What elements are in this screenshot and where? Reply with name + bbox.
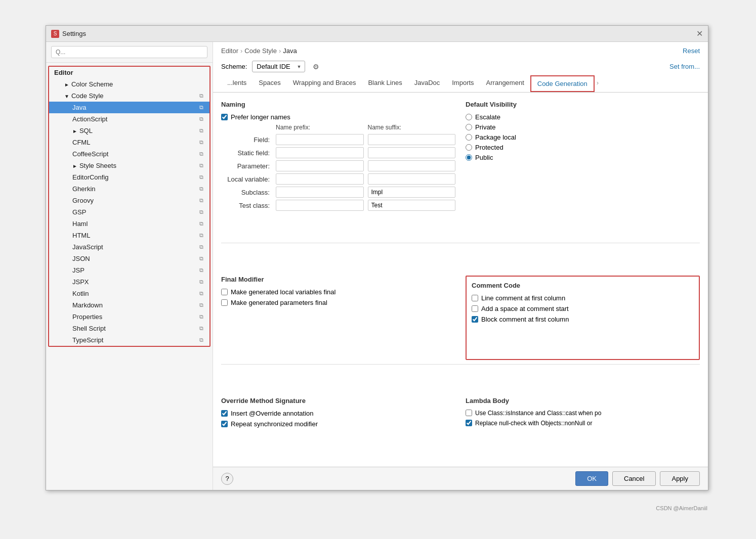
prefer-longer-names-checkbox[interactable] [221,114,228,120]
visibility-private-radio[interactable] [466,124,472,130]
tab-blank-lines[interactable]: Blank Lines [362,75,408,92]
local-variable-suffix-input[interactable] [368,173,456,185]
final-modifier-section: Final Modifier Make generated local vari… [221,276,455,360]
local-variable-prefix-input[interactable] [276,173,364,185]
sidebar-item-editorconfig[interactable]: EditorConfig ⧉ [49,171,209,183]
subclass-prefix-input[interactable] [276,187,364,198]
visibility-protected: Protected [466,144,700,151]
default-visibility-title: Default Visibility [466,101,700,108]
sidebar-item-typescript[interactable]: TypeScript ⧉ [49,334,209,346]
arrow-icon: ► [72,163,77,169]
lambda-isinstance-checkbox[interactable] [466,410,472,416]
sidebar-item-color-scheme[interactable]: ►Color Scheme [49,78,209,90]
help-button[interactable]: ? [221,473,233,485]
sidebar-item-gherkin[interactable]: Gherkin ⧉ [49,183,209,195]
sidebar-item-gsp[interactable]: GSP ⧉ [49,206,209,218]
tabs-overflow-icon: › [595,75,601,92]
sidebar-item-properties[interactable]: Properties ⧉ [49,311,209,323]
breadcrumb-code-style[interactable]: Code Style [244,47,277,55]
sidebar-item-sql[interactable]: ►SQL ⧉ [49,125,209,137]
scheme-label: Scheme: [221,63,247,70]
name-grid: Name prefix: Name suffix: Field: Static … [221,124,455,211]
sidebar-item-markdown[interactable]: Markdown ⧉ [49,299,209,311]
final-params-checkbox[interactable] [221,299,228,306]
visibility-package-local-radio[interactable] [466,134,472,141]
visibility-public: Public [466,154,700,161]
test-class-prefix-input[interactable] [276,200,364,211]
repeat-synchronized-checkbox[interactable] [221,421,228,427]
apply-button[interactable]: Apply [660,471,700,486]
sidebar-item-code-style[interactable]: ▼Code Style ⧉ [49,90,209,102]
close-button[interactable]: ✕ [696,30,703,38]
sidebar-item-json[interactable]: JSON ⧉ [49,253,209,264]
tab-wrapping[interactable]: Wrapping and Braces [287,75,362,92]
tab-spaces[interactable]: Spaces [253,75,286,92]
local-variable-label: Local variable: [221,175,272,183]
visibility-escalate-radio[interactable] [466,114,472,120]
field-suffix-input[interactable] [368,134,456,145]
comment-code-title: Comment Code [472,282,694,289]
visibility-public-label: Public [475,154,493,161]
cancel-button[interactable]: Cancel [612,471,656,486]
visibility-public-radio[interactable] [466,154,472,161]
sidebar-item-jspx[interactable]: JSPX ⧉ [49,276,209,288]
block-comment-first-col-checkbox[interactable] [472,316,478,323]
tab-imports[interactable]: Imports [446,75,480,92]
app-icon: S [51,30,59,38]
final-local-vars-checkbox[interactable] [221,289,228,295]
sidebar-item-shell-script[interactable]: Shell Script ⧉ [49,323,209,334]
set-from-link[interactable]: Set from... [669,63,700,70]
static-field-suffix-input[interactable] [368,147,456,158]
lambda-isinstance-row: Use Class::isInstance and Class::cast wh… [466,410,700,417]
window-title: Settings [62,30,86,37]
search-input[interactable] [51,46,207,58]
block-comment-first-col-row: Block comment at first column [472,316,694,323]
override-annotation-checkbox[interactable] [221,410,228,417]
copy-icon: ⧉ [199,93,203,99]
breadcrumb-editor[interactable]: Editor [221,47,238,55]
copy-icon: ⧉ [199,325,203,332]
sidebar-item-cfml[interactable]: CFML ⧉ [49,137,209,148]
visibility-protected-radio[interactable] [466,144,472,151]
tab-javadoc[interactable]: JavaDoc [408,75,446,92]
visibility-private-label: Private [475,123,495,131]
copy-icon: ⧉ [199,139,203,146]
sidebar-item-coffeescript[interactable]: CoffeeScript ⧉ [49,148,209,160]
sidebar-item-html[interactable]: HTML ⧉ [49,230,209,241]
static-field-prefix-input[interactable] [276,147,364,158]
sidebar-item-style-sheets[interactable]: ►Style Sheets ⧉ [49,160,209,171]
breadcrumb-java: Java [283,47,297,55]
tab-indents[interactable]: ...lents [221,75,253,92]
parameter-suffix-input[interactable] [368,160,456,171]
scheme-select[interactable]: Default IDE [252,61,305,72]
lambda-nonnull-checkbox[interactable] [466,420,472,426]
sidebar-item-jsp[interactable]: JSP ⧉ [49,264,209,276]
copy-icon: ⧉ [199,104,203,111]
ok-button[interactable]: OK [575,471,608,486]
sidebar-item-javascript[interactable]: JavaScript ⧉ [49,241,209,253]
name-prefix-header: Name prefix: [276,124,364,132]
field-prefix-input[interactable] [276,134,364,145]
visibility-package-local-label: Package local [475,133,516,141]
parameter-prefix-input[interactable] [276,160,364,171]
copy-icon: ⧉ [199,313,203,320]
tab-arrangement[interactable]: Arrangement [480,75,530,92]
add-space-comment-checkbox[interactable] [472,305,478,312]
sidebar-item-haml[interactable]: Haml ⧉ [49,218,209,230]
lambda-title: Lambda Body [466,397,700,405]
line-comment-first-col-checkbox[interactable] [472,295,478,301]
sidebar-item-editor[interactable]: Editor [49,67,209,78]
sidebar-item-kotlin[interactable]: Kotlin ⧉ [49,288,209,299]
static-field-label: Static field: [221,149,272,157]
sidebar-item-actionscript[interactable]: ActionScript ⧉ [49,113,209,125]
subclass-suffix-input[interactable] [368,187,456,198]
sidebar-item-groovy[interactable]: Groovy ⧉ [49,195,209,206]
scheme-gear-button[interactable]: ⚙ [310,61,321,72]
test-class-suffix-input[interactable] [368,200,456,211]
sidebar-item-java[interactable]: Java ⧉ [49,102,209,113]
tab-code-generation[interactable]: Code Generation [530,75,595,92]
final-modifier-title: Final Modifier [221,276,455,283]
final-params-row: Make generated parameters final [221,299,455,306]
reset-link[interactable]: Reset [683,47,700,55]
copy-icon: ⧉ [199,174,203,181]
